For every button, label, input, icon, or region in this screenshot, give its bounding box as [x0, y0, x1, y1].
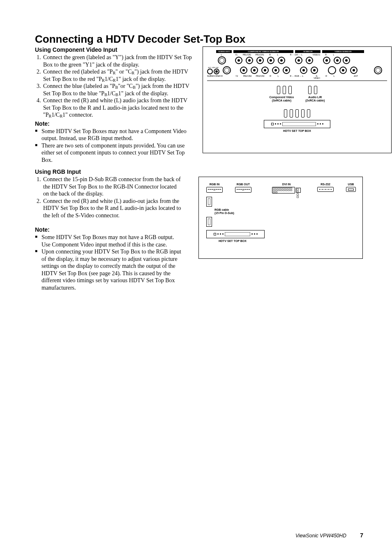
- note2-2: Upon connecting your HDTV Set Top Box to…: [35, 248, 183, 291]
- cable-label-component: Component Video(3xRCA cable): [270, 96, 294, 103]
- jack-audio-out-L: [218, 56, 226, 64]
- lbl-PR1: PR1/CR1: [255, 54, 265, 56]
- port-rs232-label: RS-232: [321, 183, 330, 186]
- plugs-down: [284, 109, 310, 117]
- section-component-video: Using Component Video Input Connect the …: [35, 46, 363, 167]
- jack-video1: [323, 57, 330, 64]
- lbl-L4: L: [332, 75, 337, 79]
- switch-ext-spk: [207, 69, 213, 74]
- hdr-audio-in: AUDIO IN: [295, 50, 321, 53]
- step2-2: Connect the red (R) and white (L) audio-…: [42, 198, 183, 219]
- lbl-L2: L: [331, 54, 336, 56]
- page-footer: ViewSonic VPW450HD 7: [295, 532, 363, 539]
- jack-Y2: [240, 67, 247, 74]
- section2-text: Using RGB Input Connect the 15-pin D-Sub…: [35, 168, 183, 295]
- rgb-connector-bottom: [206, 217, 212, 227]
- step1-1: Connect the green (labeled as "Y") jack …: [42, 54, 195, 68]
- step2-1: Connect the 15-pin D-Sub RGB connector f…: [42, 176, 183, 198]
- notes2-list: Some HDTV Set Top Boxes may not have a R…: [35, 234, 183, 291]
- port-rgb-in-label: RGB IN: [210, 183, 220, 186]
- lbl-DVI: R ← DVI → L: [288, 54, 305, 56]
- jack-comp2-L: [283, 67, 290, 74]
- footer-page-number: 7: [360, 532, 363, 539]
- jack-PB2: [251, 67, 258, 74]
- lbl-PR2: PR2/CR2: [255, 75, 265, 79]
- jack-svideo: [328, 66, 336, 74]
- lbl-L: L: [219, 54, 224, 56]
- jack-PR1: [256, 57, 264, 64]
- lbl-VIDEO1: VIDEO1: [312, 54, 321, 56]
- section1-text: Using Component Video Input Connect the …: [35, 46, 195, 167]
- lbl-ANT: ANT: [353, 75, 359, 79]
- diagram-rgb: RGB IN RGB OUT DVI IN: [198, 177, 363, 259]
- jack-ext: [214, 69, 219, 74]
- note1-2: There are two sets of component inputs p…: [35, 142, 195, 164]
- port-row: RGB IN RGB OUT DVI IN: [206, 183, 355, 193]
- jack-dvi-R: [295, 57, 302, 64]
- note1-1: Some HDTV Set Top Boxes may not have a C…: [35, 128, 195, 142]
- lbl-R2: R: [323, 54, 328, 56]
- diagram2-container: RGB IN RGB OUT DVI IN: [190, 168, 363, 259]
- port-rgb-out-label: RGB OUT: [237, 183, 250, 186]
- jack-va2-R: [339, 67, 347, 74]
- lbl-R1: R: [267, 54, 272, 56]
- port-usb: [346, 187, 356, 192]
- hdr-video-audio-in: VIDEO/AUDIO IN: [322, 50, 364, 53]
- stb-box-1: [264, 120, 330, 128]
- jack-Y1: [235, 57, 242, 64]
- section1-title: Using Component Video Input: [35, 46, 195, 53]
- lbl-Y1: Y1: [233, 54, 239, 56]
- lbl-SVIDEO: S-VIDEO: [313, 75, 321, 79]
- diagram1-container: AUDIO OUT COMPONENT VIDEO/AUDIO IN AUDIO…: [203, 46, 392, 153]
- stb-box-2: [206, 230, 265, 238]
- lbl-R4: R: [268, 75, 273, 79]
- plugs-component-up: [277, 86, 292, 94]
- rgb-cable-label: RGB cable(15 Pin D-Sub): [214, 208, 234, 215]
- lbl-Y2: Y2: [234, 75, 240, 79]
- jack-comp-L: [278, 57, 285, 64]
- section2-title: Using RGB Input: [35, 168, 183, 175]
- lbl-PB1: PB1/CB1: [242, 54, 252, 56]
- section-rgb-input: Using RGB Input Connect the 15-pin D-Sub…: [35, 168, 363, 295]
- jack-comp2-R: [272, 67, 279, 74]
- jack-dvi-L: [306, 57, 313, 64]
- jack-rgb-R: [300, 67, 307, 74]
- port-rgb-out: [235, 187, 251, 193]
- lbl-R3: R: [219, 75, 225, 79]
- port-rs232: [317, 187, 334, 192]
- steps1-list: Connect the green (labeled as "Y") jack …: [35, 54, 195, 119]
- step1-4: Connect the red (R) and white (L) audio …: [42, 97, 195, 119]
- page-title: Connecting a HDTV Decoder Set-Top Box: [35, 33, 363, 46]
- lbl-R5: R: [324, 75, 329, 79]
- step1-3: Connect the blue (labeled as "PB"or "CB"…: [42, 83, 195, 97]
- lbl-PB2: PB2/CB2: [242, 75, 252, 79]
- stb-label-2: HDTV SET TOP BOX: [219, 240, 355, 242]
- stb-label-1: HDTV SET TOP BOX: [207, 129, 387, 132]
- lbl-RGB: R ← RGB → L: [288, 75, 305, 79]
- jack-va-R: [334, 57, 341, 64]
- jack-audio-out-R: [223, 66, 231, 74]
- note2-label: Note:: [35, 226, 183, 233]
- footer-product: ViewSonic VPW450HD: [295, 533, 346, 539]
- jack-va-L: [343, 57, 350, 64]
- jack-rgb-L: [311, 67, 318, 74]
- rgb-connector-top: [206, 197, 212, 207]
- hdr-component: COMPONENT VIDEO/AUDIO IN: [233, 50, 293, 53]
- jack-PB1: [246, 57, 253, 64]
- jack-PR2: [261, 67, 269, 74]
- lbl-subwoofer: SUBWOOFER: [207, 75, 216, 79]
- page: Connecting a HDTV Decoder Set-Top Box Us…: [0, 0, 392, 555]
- port-rgb-in: [206, 187, 223, 193]
- plugs-audio-up: [308, 86, 317, 94]
- lbl-L3: L: [276, 75, 281, 79]
- hdr-audio-out: AUDIO OUT: [216, 50, 232, 53]
- port-dvi: [272, 187, 295, 193]
- port-usb-label: USB: [348, 183, 354, 186]
- note1-label: Note:: [35, 120, 195, 127]
- jack-ant: [374, 66, 382, 74]
- lbl-L1: L: [275, 54, 280, 56]
- notes1-list: Some HDTV Set Top Boxes may not have a C…: [35, 128, 195, 164]
- note2-1: Some HDTV Set Top Boxes may not have a R…: [35, 234, 183, 248]
- step1-2: Connect the red (labeled as "PR" or "CR"…: [42, 68, 195, 83]
- jack-comp-R: [267, 57, 274, 64]
